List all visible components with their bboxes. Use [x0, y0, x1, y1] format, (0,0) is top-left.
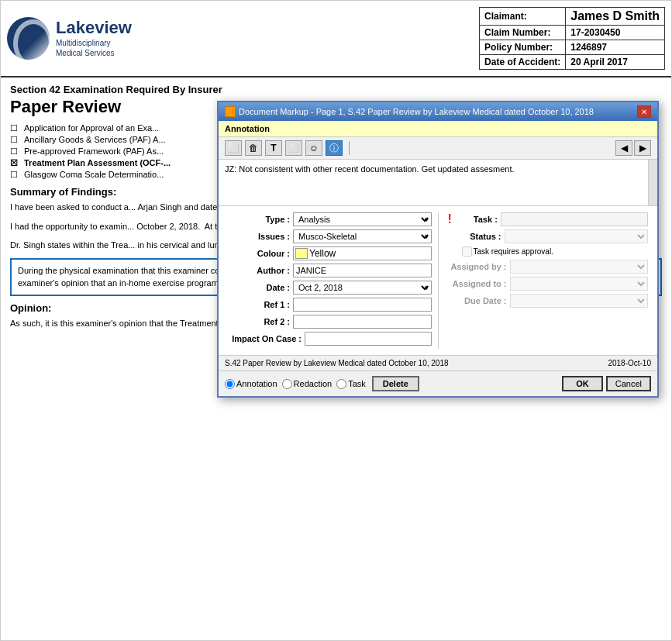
- impact-label: Impact On Case :: [228, 334, 302, 343]
- accident-date-value: 20 April 2017: [566, 55, 665, 70]
- ref2-label: Ref 2 :: [228, 317, 290, 326]
- checkbox-unchecked: ☐: [10, 170, 21, 180]
- assigned-to-select-wrapper: [510, 277, 649, 291]
- accident-label: Date of Accident:: [480, 55, 566, 70]
- toolbar-separator: [349, 141, 350, 155]
- impact-input[interactable]: [305, 332, 432, 346]
- modal-title-icon: [225, 106, 236, 117]
- modal-titlebar: Document Markup - Page 1, S.42 Paper Rev…: [219, 102, 657, 121]
- due-date-select-wrapper: [510, 294, 649, 308]
- redaction-radio-item[interactable]: Redaction: [282, 379, 333, 389]
- type-select-wrapper[interactable]: Analysis Note Question Redaction: [293, 212, 432, 226]
- info-tool-button[interactable]: ⓘ: [326, 140, 343, 156]
- section-title: Section 42 Examination Required By Insur…: [10, 84, 662, 95]
- annotation-radio-label: Annotation: [236, 379, 277, 388]
- ref2-row: Ref 2 :: [228, 315, 432, 329]
- modal-bottom: Annotation Redaction Task Delete OK Canc…: [219, 371, 657, 396]
- text-tool-button[interactable]: T: [265, 140, 282, 156]
- company-sub2: Medical Services: [56, 48, 132, 58]
- status-row: Status :: [445, 229, 649, 243]
- task-exclamation-row: ! Task :: [445, 212, 649, 226]
- checkbox-label: Ancillary Goods & Services (PAF) A...: [24, 135, 166, 144]
- due-date-label: Due Date :: [445, 296, 507, 305]
- emoji-tool-button[interactable]: ☺: [305, 140, 322, 156]
- task-requires-approval-label[interactable]: Task requires approval.: [462, 246, 649, 257]
- policy-value: 1246897: [566, 40, 665, 55]
- checkbox-unchecked: ☐: [10, 123, 21, 133]
- next-page-button[interactable]: ▶: [634, 140, 651, 156]
- claim-number-label: Claim Number:: [480, 26, 566, 40]
- assigned-to-select: [510, 277, 649, 291]
- ok-button[interactable]: OK: [562, 376, 603, 391]
- claimant-label: Claimant:: [480, 8, 566, 26]
- date-row: Date : Oct 2, 2018: [228, 281, 432, 295]
- checkbox-label: Glasgow Coma Scale Determinatio...: [24, 170, 164, 179]
- checkbox-label: Treatment Plan Assessment (OCF-...: [24, 158, 171, 167]
- footer-date: 2018-Oct-10: [608, 359, 651, 367]
- annotation-bar: Annotation: [219, 121, 657, 137]
- scrollbar[interactable]: [648, 160, 657, 205]
- task-radio-item[interactable]: Task: [336, 379, 366, 389]
- modal-title-left: Document Markup - Page 1, S.42 Paper Rev…: [225, 106, 594, 117]
- form-left-col: Type : Analysis Note Question Redaction …: [228, 212, 432, 349]
- type-select[interactable]: Analysis Note Question Redaction: [293, 212, 432, 226]
- radio-group: Annotation Redaction Task: [225, 379, 366, 389]
- assigned-by-label: Assigned by :: [445, 262, 507, 271]
- task-radio[interactable]: [336, 379, 346, 389]
- ref1-label: Ref 1 :: [228, 300, 290, 309]
- annotation-radio[interactable]: [225, 379, 235, 389]
- exclamation-icon: !: [448, 212, 452, 226]
- annotation-radio-item[interactable]: Annotation: [225, 379, 277, 389]
- author-input[interactable]: [293, 264, 432, 277]
- status-select: [505, 229, 649, 243]
- date-select-wrapper[interactable]: Oct 2, 2018: [293, 281, 432, 295]
- claim-number-value: 17-2030450: [566, 26, 665, 40]
- callout-tool-button[interactable]: ⬜: [285, 140, 302, 156]
- claimant-name: James D Smith: [566, 8, 665, 26]
- logo-icon: [7, 17, 50, 60]
- ref1-input[interactable]: [293, 298, 432, 312]
- delete-tool-button[interactable]: 🗑: [245, 140, 262, 156]
- date-select[interactable]: Oct 2, 2018: [293, 281, 432, 295]
- prev-page-button[interactable]: ◀: [615, 140, 632, 156]
- policy-label: Policy Number:: [480, 40, 566, 55]
- issues-select-wrapper[interactable]: Musco-Skeletal General Neurological: [293, 229, 432, 243]
- annotation-bar-label: Annotation: [225, 124, 270, 133]
- issues-label: Issues :: [228, 232, 290, 241]
- modal-toolbar: ⬜ 🗑 T ⬜ ☺ ⓘ ◀ ▶: [219, 137, 657, 160]
- checkbox-checked: ☒: [10, 158, 21, 168]
- checkbox-unchecked: ☐: [10, 135, 21, 145]
- ref2-input[interactable]: [293, 315, 432, 329]
- modal-form: Type : Analysis Note Question Redaction …: [219, 206, 657, 356]
- assigned-by-row: Assigned by :: [445, 260, 649, 274]
- task-label: Task :: [455, 215, 498, 224]
- colour-box: [295, 248, 308, 259]
- annotation-text-content: JZ: Not consistent with other recent doc…: [225, 164, 651, 174]
- author-row: Author :: [228, 264, 432, 277]
- task-radio-label: Task: [348, 379, 366, 388]
- due-date-row: Due Date :: [445, 294, 649, 308]
- annotation-text-area[interactable]: JZ: Not consistent with other recent doc…: [219, 160, 657, 206]
- modal-bottom-buttons: OK Cancel: [562, 376, 651, 391]
- colour-select-wrapper[interactable]: Yellow: [293, 246, 432, 260]
- delete-button[interactable]: Delete: [372, 376, 419, 391]
- modal-close-button[interactable]: ✕: [637, 105, 651, 118]
- type-label: Type :: [228, 215, 290, 224]
- status-label: Status :: [459, 232, 501, 241]
- task-approval-row: Task requires approval.: [459, 246, 649, 257]
- checkbox-label: Pre-approved Framework (PAF) As...: [24, 146, 164, 156]
- assigned-to-row: Assigned to :: [445, 277, 649, 291]
- date-label: Date :: [228, 283, 290, 292]
- redaction-radio[interactable]: [282, 379, 292, 389]
- task-input: [501, 212, 648, 226]
- assigned-by-select: [510, 260, 649, 274]
- select-tool-button[interactable]: ⬜: [225, 140, 242, 156]
- logo-area: Lakeview Multidisciplinary Medical Servi…: [7, 17, 162, 60]
- impact-row: Impact On Case :: [228, 332, 432, 346]
- task-requires-approval-text: Task requires approval.: [474, 247, 553, 256]
- doc-header: Lakeview Multidisciplinary Medical Servi…: [1, 1, 671, 78]
- modal-footer: S.42 Paper Review by Lakeview Medical da…: [219, 356, 657, 371]
- colour-label: Colour :: [228, 249, 290, 258]
- issues-select[interactable]: Musco-Skeletal General Neurological: [293, 229, 432, 243]
- cancel-button[interactable]: Cancel: [606, 376, 651, 391]
